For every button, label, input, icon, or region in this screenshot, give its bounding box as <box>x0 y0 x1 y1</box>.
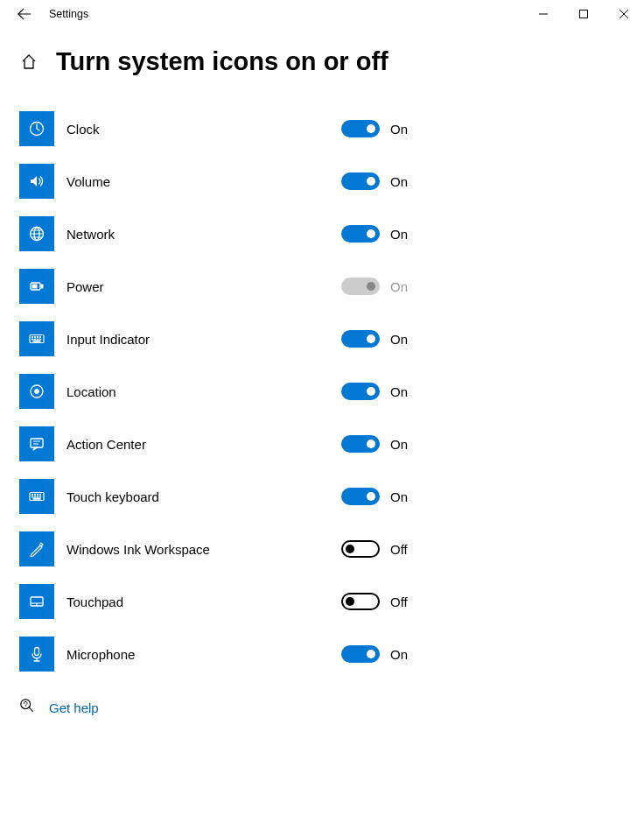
toggle-group: On <box>341 172 408 190</box>
setting-label: Power <box>66 279 329 294</box>
maximize-icon <box>579 10 588 18</box>
toggle-state-label: On <box>390 174 408 189</box>
touchpad-icon[interactable] <box>19 584 54 619</box>
svg-point-28 <box>39 496 40 497</box>
toggle-switch[interactable] <box>341 383 380 400</box>
svg-point-14 <box>37 339 38 340</box>
toggle-group: On <box>341 278 408 295</box>
svg-point-9 <box>34 336 35 337</box>
page-title: Turn system icons on or off <box>56 47 388 76</box>
settings-list: ClockOnVolumeOnNetworkOnPowerOnInput Ind… <box>0 111 644 672</box>
toggle-group: On <box>341 383 408 400</box>
svg-rect-19 <box>31 439 43 447</box>
window-controls <box>523 0 644 28</box>
toggle-switch[interactable] <box>341 330 380 348</box>
toggle-switch[interactable] <box>341 540 380 558</box>
back-button[interactable] <box>7 0 42 28</box>
svg-point-22 <box>34 494 35 495</box>
toggle-state-label: Off <box>390 542 408 557</box>
svg-point-11 <box>39 336 40 337</box>
svg-point-21 <box>32 494 32 495</box>
setting-label: Location <box>66 384 329 399</box>
svg-point-32 <box>21 700 31 709</box>
location-icon[interactable] <box>19 374 54 409</box>
home-button[interactable] <box>19 53 38 72</box>
setting-row: LocationOn <box>19 374 644 409</box>
toggle-switch[interactable] <box>341 225 380 243</box>
svg-point-18 <box>35 390 39 394</box>
svg-point-25 <box>32 496 32 497</box>
toggle-state-label: On <box>390 384 408 399</box>
setting-label: Microphone <box>66 647 329 662</box>
setting-row: ClockOn <box>19 111 644 146</box>
toggle-state-label: On <box>390 647 408 662</box>
get-help-link[interactable]: Get help <box>0 698 644 717</box>
setting-row: Windows Ink WorkspaceOff <box>19 531 644 566</box>
toggle-switch[interactable] <box>341 593 380 610</box>
toggle-switch <box>341 278 380 295</box>
help-label: Get help <box>49 700 99 715</box>
svg-point-27 <box>37 496 38 497</box>
svg-point-8 <box>32 336 32 337</box>
toggle-state-label: On <box>390 279 408 294</box>
setting-row: Action CenterOn <box>19 426 644 461</box>
svg-rect-5 <box>41 285 43 288</box>
toggle-group: On <box>341 435 408 453</box>
setting-label: Network <box>66 227 329 242</box>
setting-row: MicrophoneOn <box>19 637 644 672</box>
setting-row: NetworkOn <box>19 216 644 251</box>
toggle-state-label: On <box>390 227 408 242</box>
svg-point-12 <box>32 339 32 340</box>
toggle-group: On <box>341 645 408 663</box>
action-icon[interactable] <box>19 426 54 461</box>
network-icon[interactable] <box>19 216 54 251</box>
toggle-switch[interactable] <box>341 435 380 453</box>
svg-point-13 <box>34 339 35 340</box>
svg-rect-6 <box>32 285 37 288</box>
setting-label: Windows Ink Workspace <box>66 542 329 557</box>
setting-label: Touchpad <box>66 594 329 609</box>
toggle-switch[interactable] <box>341 172 380 190</box>
toggle-state-label: On <box>390 437 408 452</box>
svg-point-15 <box>39 339 40 340</box>
close-button[interactable] <box>604 0 644 28</box>
toggle-state-label: On <box>390 122 408 137</box>
svg-point-10 <box>37 336 38 337</box>
toggle-group: On <box>341 330 408 348</box>
svg-point-23 <box>37 494 38 495</box>
setting-row: TouchpadOff <box>19 584 644 619</box>
svg-point-26 <box>34 496 35 497</box>
svg-rect-16 <box>33 341 40 341</box>
toggle-state-label: Off <box>390 594 408 609</box>
setting-label: Clock <box>66 122 329 137</box>
toggle-state-label: On <box>390 332 408 347</box>
setting-row: VolumeOn <box>19 164 644 199</box>
setting-label: Action Center <box>66 437 329 452</box>
toggle-switch[interactable] <box>341 120 380 137</box>
microphone-icon[interactable] <box>19 637 54 672</box>
back-arrow-icon <box>18 7 32 21</box>
setting-row: PowerOn <box>19 269 644 304</box>
toggle-group: On <box>341 225 408 243</box>
svg-point-24 <box>39 494 40 495</box>
clock-icon[interactable] <box>19 111 54 146</box>
setting-label: Touch keyboard <box>66 489 329 504</box>
toggle-group: Off <box>341 540 408 558</box>
page-header: Turn system icons on or off <box>0 47 644 76</box>
minimize-button[interactable] <box>523 0 564 28</box>
ink-icon[interactable] <box>19 531 54 566</box>
toggle-state-label: On <box>390 489 408 504</box>
help-icon <box>19 698 35 717</box>
keyboard-icon[interactable] <box>19 321 54 356</box>
setting-label: Volume <box>66 174 329 189</box>
toggle-switch[interactable] <box>341 645 380 663</box>
power-icon[interactable] <box>19 269 54 304</box>
toggle-switch[interactable] <box>341 488 380 505</box>
titlebar: Settings <box>0 0 644 28</box>
toggle-group: On <box>341 120 408 137</box>
window-title: Settings <box>49 8 88 20</box>
volume-icon[interactable] <box>19 164 54 199</box>
keyboard-icon[interactable] <box>19 479 54 514</box>
maximize-button[interactable] <box>564 0 604 28</box>
toggle-group: Off <box>341 593 408 610</box>
